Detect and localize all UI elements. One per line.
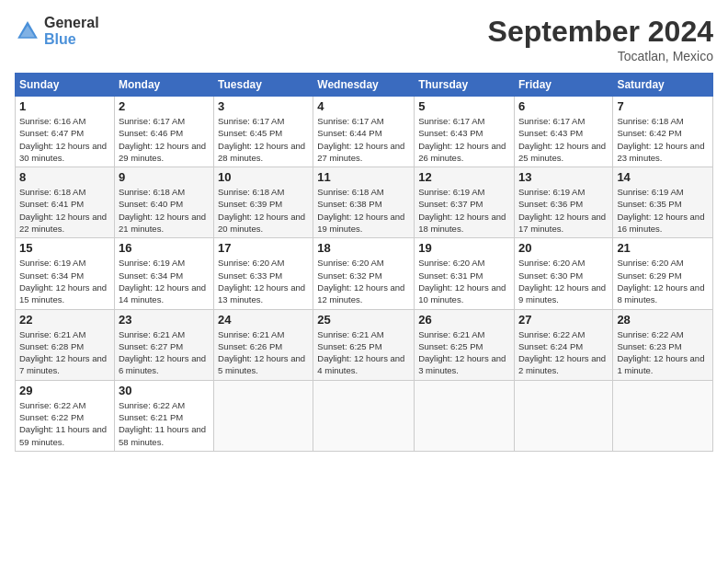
day-info: Sunrise: 6:20 AM Sunset: 6:31 PM Dayligh… bbox=[418, 257, 510, 305]
day-info: Sunrise: 6:21 AM Sunset: 6:25 PM Dayligh… bbox=[317, 328, 410, 377]
logo-wordmark: General Blue bbox=[44, 15, 99, 48]
calendar-week-3: 15Sunrise: 6:19 AM Sunset: 6:34 PM Dayli… bbox=[16, 238, 713, 309]
day-number: 20 bbox=[518, 241, 609, 255]
day-number: 22 bbox=[19, 313, 110, 327]
table-row: 19Sunrise: 6:20 AM Sunset: 6:31 PM Dayli… bbox=[415, 238, 515, 309]
day-info: Sunrise: 6:22 AM Sunset: 6:22 PM Dayligh… bbox=[19, 399, 110, 448]
table-row: 28Sunrise: 6:22 AM Sunset: 6:23 PM Dayli… bbox=[613, 309, 713, 380]
table-row: 27Sunrise: 6:22 AM Sunset: 6:24 PM Dayli… bbox=[514, 309, 612, 380]
day-info: Sunrise: 6:21 AM Sunset: 6:27 PM Dayligh… bbox=[119, 328, 210, 377]
day-info: Sunrise: 6:18 AM Sunset: 6:41 PM Dayligh… bbox=[19, 186, 110, 235]
day-number: 28 bbox=[617, 313, 709, 327]
calendar-week-2: 8Sunrise: 6:18 AM Sunset: 6:41 PM Daylig… bbox=[16, 167, 713, 238]
table-row: 8Sunrise: 6:18 AM Sunset: 6:41 PM Daylig… bbox=[16, 167, 115, 238]
title-block: September 2024 Tocatlan, Mexico bbox=[488, 15, 713, 63]
table-row: 10Sunrise: 6:18 AM Sunset: 6:39 PM Dayli… bbox=[214, 167, 313, 238]
day-number: 24 bbox=[218, 313, 309, 327]
logo-blue: Blue bbox=[44, 31, 76, 47]
day-number: 15 bbox=[19, 241, 110, 255]
day-number: 9 bbox=[119, 170, 210, 184]
day-info: Sunrise: 6:20 AM Sunset: 6:30 PM Dayligh… bbox=[518, 257, 609, 305]
calendar-week-5: 29Sunrise: 6:22 AM Sunset: 6:22 PM Dayli… bbox=[16, 380, 713, 451]
calendar-week-4: 22Sunrise: 6:21 AM Sunset: 6:28 PM Dayli… bbox=[16, 309, 713, 380]
day-number: 5 bbox=[418, 99, 510, 113]
day-info: Sunrise: 6:17 AM Sunset: 6:44 PM Dayligh… bbox=[317, 115, 410, 164]
month-title: September 2024 bbox=[488, 15, 713, 49]
day-number: 11 bbox=[317, 170, 410, 184]
col-thursday: Thursday bbox=[415, 74, 515, 97]
col-monday: Monday bbox=[114, 74, 213, 97]
table-row: 3Sunrise: 6:17 AM Sunset: 6:45 PM Daylig… bbox=[214, 97, 313, 167]
table-row: 15Sunrise: 6:19 AM Sunset: 6:34 PM Dayli… bbox=[16, 238, 115, 309]
day-info: Sunrise: 6:22 AM Sunset: 6:24 PM Dayligh… bbox=[518, 328, 609, 377]
day-info: Sunrise: 6:18 AM Sunset: 6:40 PM Dayligh… bbox=[119, 186, 210, 235]
table-row: 22Sunrise: 6:21 AM Sunset: 6:28 PM Dayli… bbox=[16, 309, 115, 380]
table-row: 1Sunrise: 6:16 AM Sunset: 6:47 PM Daylig… bbox=[16, 97, 115, 167]
day-number: 18 bbox=[317, 241, 410, 255]
day-number: 26 bbox=[418, 313, 510, 327]
day-number: 21 bbox=[617, 241, 709, 255]
day-number: 17 bbox=[218, 241, 309, 255]
table-row: 13Sunrise: 6:19 AM Sunset: 6:36 PM Dayli… bbox=[514, 167, 612, 238]
day-info: Sunrise: 6:19 AM Sunset: 6:34 PM Dayligh… bbox=[19, 257, 110, 305]
day-info: Sunrise: 6:21 AM Sunset: 6:28 PM Dayligh… bbox=[19, 328, 110, 377]
day-number: 13 bbox=[518, 170, 609, 184]
logo-icon bbox=[15, 18, 40, 44]
day-info: Sunrise: 6:17 AM Sunset: 6:45 PM Dayligh… bbox=[218, 115, 309, 164]
day-number: 10 bbox=[218, 170, 309, 184]
logo-general: General bbox=[44, 15, 99, 30]
table-row: 17Sunrise: 6:20 AM Sunset: 6:33 PM Dayli… bbox=[214, 238, 313, 309]
day-info: Sunrise: 6:19 AM Sunset: 6:36 PM Dayligh… bbox=[518, 186, 609, 235]
table-row: 9Sunrise: 6:18 AM Sunset: 6:40 PM Daylig… bbox=[114, 167, 213, 238]
header: General Blue September 2024 Tocatlan, Me… bbox=[15, 15, 713, 63]
table-row: 23Sunrise: 6:21 AM Sunset: 6:27 PM Dayli… bbox=[114, 309, 213, 380]
day-number: 1 bbox=[19, 99, 110, 113]
day-number: 4 bbox=[317, 99, 410, 113]
day-info: Sunrise: 6:20 AM Sunset: 6:29 PM Dayligh… bbox=[617, 257, 709, 305]
table-row: 25Sunrise: 6:21 AM Sunset: 6:25 PM Dayli… bbox=[313, 309, 415, 380]
table-row: 2Sunrise: 6:17 AM Sunset: 6:46 PM Daylig… bbox=[114, 97, 213, 167]
day-info: Sunrise: 6:22 AM Sunset: 6:23 PM Dayligh… bbox=[617, 328, 709, 377]
day-info: Sunrise: 6:21 AM Sunset: 6:25 PM Dayligh… bbox=[418, 328, 510, 377]
table-row: 20Sunrise: 6:20 AM Sunset: 6:30 PM Dayli… bbox=[514, 238, 612, 309]
logo: General Blue bbox=[15, 15, 99, 48]
day-number: 3 bbox=[218, 99, 309, 113]
table-row: 5Sunrise: 6:17 AM Sunset: 6:43 PM Daylig… bbox=[415, 97, 515, 167]
day-number: 25 bbox=[317, 313, 410, 327]
table-row: 18Sunrise: 6:20 AM Sunset: 6:32 PM Dayli… bbox=[313, 238, 415, 309]
day-number: 2 bbox=[119, 99, 210, 113]
table-row: 4Sunrise: 6:17 AM Sunset: 6:44 PM Daylig… bbox=[313, 97, 415, 167]
table-row: 29Sunrise: 6:22 AM Sunset: 6:22 PM Dayli… bbox=[16, 380, 115, 451]
day-info: Sunrise: 6:22 AM Sunset: 6:21 PM Dayligh… bbox=[119, 399, 210, 448]
day-number: 16 bbox=[119, 241, 210, 255]
location-title: Tocatlan, Mexico bbox=[488, 49, 713, 63]
table-row: 30Sunrise: 6:22 AM Sunset: 6:21 PM Dayli… bbox=[114, 380, 213, 451]
table-row: 26Sunrise: 6:21 AM Sunset: 6:25 PM Dayli… bbox=[415, 309, 515, 380]
day-info: Sunrise: 6:18 AM Sunset: 6:39 PM Dayligh… bbox=[218, 186, 309, 235]
day-info: Sunrise: 6:17 AM Sunset: 6:46 PM Dayligh… bbox=[119, 115, 210, 164]
col-saturday: Saturday bbox=[613, 74, 713, 97]
day-info: Sunrise: 6:20 AM Sunset: 6:32 PM Dayligh… bbox=[317, 257, 410, 305]
calendar-header-row: Sunday Monday Tuesday Wednesday Thursday… bbox=[16, 74, 713, 97]
day-info: Sunrise: 6:19 AM Sunset: 6:35 PM Dayligh… bbox=[617, 186, 709, 235]
table-row bbox=[514, 380, 612, 451]
col-tuesday: Tuesday bbox=[214, 74, 313, 97]
table-row: 7Sunrise: 6:18 AM Sunset: 6:42 PM Daylig… bbox=[613, 97, 713, 167]
day-number: 29 bbox=[19, 384, 110, 397]
table-row bbox=[613, 380, 713, 451]
day-info: Sunrise: 6:17 AM Sunset: 6:43 PM Dayligh… bbox=[418, 115, 510, 164]
table-row: 14Sunrise: 6:19 AM Sunset: 6:35 PM Dayli… bbox=[613, 167, 713, 238]
day-info: Sunrise: 6:19 AM Sunset: 6:34 PM Dayligh… bbox=[119, 257, 210, 305]
table-row bbox=[415, 380, 515, 451]
table-row bbox=[313, 380, 415, 451]
day-number: 12 bbox=[418, 170, 510, 184]
day-number: 19 bbox=[418, 241, 510, 255]
calendar-week-1: 1Sunrise: 6:16 AM Sunset: 6:47 PM Daylig… bbox=[16, 97, 713, 167]
table-row: 24Sunrise: 6:21 AM Sunset: 6:26 PM Dayli… bbox=[214, 309, 313, 380]
table-row: 6Sunrise: 6:17 AM Sunset: 6:43 PM Daylig… bbox=[514, 97, 612, 167]
day-info: Sunrise: 6:18 AM Sunset: 6:42 PM Dayligh… bbox=[617, 115, 709, 164]
calendar-table: Sunday Monday Tuesday Wednesday Thursday… bbox=[15, 73, 713, 452]
day-number: 6 bbox=[518, 99, 609, 113]
day-number: 30 bbox=[119, 384, 210, 397]
table-row bbox=[214, 380, 313, 451]
